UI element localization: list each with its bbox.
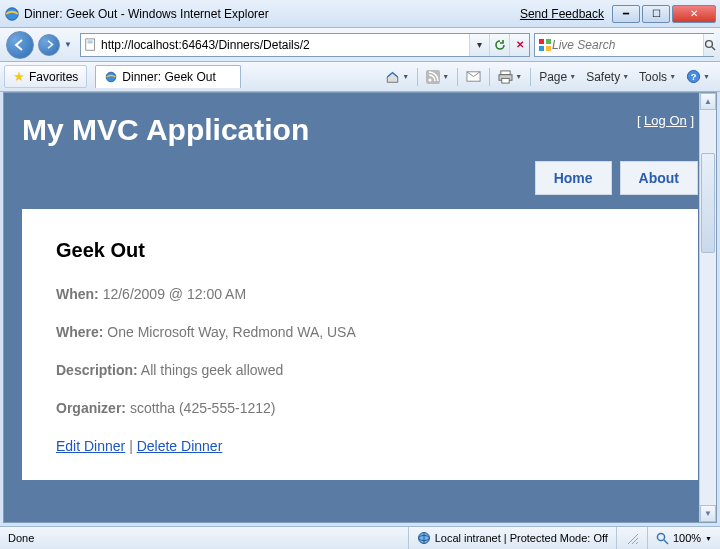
home-button[interactable]: ▼: [381, 67, 413, 87]
zoom-dropdown[interactable]: ▼: [705, 535, 712, 542]
main-content: Geek Out When: 12/6/2009 @ 12:00 AM Wher…: [22, 209, 698, 480]
separator: [489, 68, 490, 86]
detail-organizer: Organizer: scottha (425-555-1212): [56, 400, 664, 416]
content-viewport: [ Log On ] My MVC Application Home About…: [3, 92, 717, 523]
svg-rect-2: [88, 40, 93, 41]
back-button[interactable]: [6, 31, 34, 59]
search-bar: [534, 33, 714, 57]
svg-point-8: [706, 40, 713, 47]
svg-rect-5: [546, 39, 551, 44]
address-dropdown[interactable]: ▾: [469, 34, 489, 56]
main-menu: Home About: [22, 161, 698, 195]
safety-menu[interactable]: Safety▼: [582, 67, 633, 87]
svg-line-9: [712, 47, 715, 50]
svg-rect-16: [502, 78, 509, 83]
edit-dinner-link[interactable]: Edit Dinner: [56, 438, 125, 454]
detail-when: When: 12/6/2009 @ 12:00 AM: [56, 286, 664, 302]
print-button[interactable]: ▼: [494, 67, 526, 87]
stop-button[interactable]: ✕: [509, 34, 529, 56]
svg-rect-4: [539, 39, 544, 44]
zoom-icon: [656, 532, 669, 545]
menu-about[interactable]: About: [620, 161, 698, 195]
vertical-scrollbar[interactable]: ▲ ▼: [699, 93, 716, 522]
search-input[interactable]: [552, 35, 703, 55]
logon-link[interactable]: Log On: [644, 113, 687, 128]
nav-history-dropdown[interactable]: ▼: [64, 40, 76, 49]
favorites-label: Favorites: [29, 70, 78, 84]
status-text: Done: [0, 532, 408, 544]
tab-page-icon: [104, 70, 118, 84]
navigation-bar: ▼ ▾ ✕: [0, 28, 720, 62]
svg-text:?: ?: [691, 72, 697, 82]
svg-rect-14: [501, 70, 510, 74]
page-menu[interactable]: Page▼: [535, 67, 580, 87]
svg-point-25: [657, 533, 664, 540]
detail-where: Where: One Microsoft Way, Redmond WA, US…: [56, 324, 664, 340]
send-feedback-link[interactable]: Send Feedback: [520, 7, 604, 21]
help-button[interactable]: ?▼: [682, 66, 714, 87]
scroll-thumb[interactable]: [701, 153, 715, 253]
separator: [457, 68, 458, 86]
address-input[interactable]: [99, 35, 469, 55]
page-icon: [81, 38, 99, 52]
site-title: My MVC Application: [22, 113, 698, 147]
forward-button[interactable]: [38, 34, 60, 56]
close-button[interactable]: ✕: [672, 5, 716, 23]
logon-section: [ Log On ]: [637, 113, 694, 128]
dinner-heading: Geek Out: [56, 239, 664, 262]
menu-home[interactable]: Home: [535, 161, 612, 195]
separator: [417, 68, 418, 86]
detail-description: Description: All things geek allowed: [56, 362, 664, 378]
tools-menu[interactable]: Tools▼: [635, 67, 680, 87]
svg-rect-3: [88, 42, 93, 43]
status-zoom[interactable]: 100% ▼: [647, 527, 720, 549]
status-resize[interactable]: [616, 527, 647, 549]
live-search-icon: [535, 38, 552, 52]
feeds-button[interactable]: ▼: [422, 67, 453, 87]
minimize-button[interactable]: ━: [612, 5, 640, 23]
ie-icon: [4, 6, 20, 22]
svg-rect-6: [539, 46, 544, 51]
address-bar: ▾ ✕: [80, 33, 530, 57]
search-button[interactable]: [703, 34, 716, 56]
star-icon: ★: [13, 69, 25, 84]
svg-rect-1: [86, 38, 95, 49]
scroll-down-button[interactable]: ▼: [700, 505, 716, 522]
scroll-up-button[interactable]: ▲: [700, 93, 716, 110]
zone-icon: [417, 531, 431, 545]
tab-label: Dinner: Geek Out: [122, 70, 215, 84]
browser-tab[interactable]: Dinner: Geek Out: [95, 65, 240, 88]
svg-rect-7: [546, 46, 551, 51]
link-separator: |: [125, 438, 136, 454]
svg-point-12: [429, 78, 432, 81]
window-title: Dinner: Geek Out - Windows Internet Expl…: [24, 7, 520, 21]
separator: [530, 68, 531, 86]
window-titlebar: Dinner: Geek Out - Windows Internet Expl…: [0, 0, 720, 28]
status-bar: Done Local intranet | Protected Mode: Of…: [0, 526, 720, 549]
svg-line-24: [636, 542, 638, 544]
status-zone[interactable]: Local intranet | Protected Mode: Off: [408, 527, 616, 549]
refresh-button[interactable]: [489, 34, 509, 56]
favorites-button[interactable]: ★ Favorites: [4, 65, 87, 88]
maximize-button[interactable]: ☐: [642, 5, 670, 23]
svg-line-26: [664, 540, 668, 544]
command-bar: ★ Favorites Dinner: Geek Out ▼ ▼ ▼ Page▼…: [0, 62, 720, 92]
delete-dinner-link[interactable]: Delete Dinner: [137, 438, 223, 454]
read-mail-button[interactable]: [462, 67, 485, 86]
